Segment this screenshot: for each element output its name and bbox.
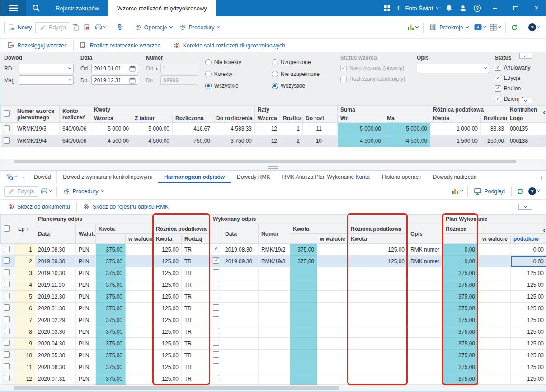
rodzaj-cell[interactable]: TR [182,279,210,291]
col-rp2-kwota[interactable]: Kwota [348,234,408,244]
podatkowa-cell[interactable]: 125,00 [511,267,546,279]
uzupelnione-option[interactable]: Uzupełnione [272,57,336,67]
schedule-row[interactable]: 8 2020.03.30 PLN 375,00 125,00 TR [1,326,546,338]
podatkowa-cell[interactable]: 125,00 [511,326,546,338]
panel-tab[interactable]: Historia operacji [376,171,427,183]
planowany-data-cell[interactable]: 2019.08.30 [35,244,76,256]
uzupelnione-option[interactable]: Nie uzupełnione [272,69,336,79]
podatkowa-cell[interactable]: 125,00 [511,303,546,314]
planowany-data-cell[interactable]: 2020.05.30 [35,350,76,361]
select-all-header[interactable] [1,106,14,123]
col-raty-do-rozl[interactable]: Do rozl [303,114,338,123]
planowany-kwota-cell[interactable]: 375,00 [96,303,126,314]
podatkowa-cell[interactable]: 125,00 [511,350,546,361]
help-icon[interactable]: ? [473,4,481,12]
rp2-kwota-cell[interactable]: 125,00 [348,244,408,256]
korekta-sald-button[interactable]: Korekta sald rozliczeń długoterminowych [170,40,289,51]
col-podatkowa[interactable]: podatkow [511,234,546,244]
company-selector[interactable]: 1 - Foto Świat [397,5,439,12]
wykonany-kwota-cell[interactable] [290,267,317,279]
kwota-do-rozliczenia-cell[interactable]: 4 583,33 [213,123,255,135]
checkbox[interactable] [495,75,501,81]
rp-rozliczona-cell[interactable]: 250,00 [481,135,507,147]
plan-wykonanie-roznica-cell[interactable]: 375,00 [443,291,478,303]
wykonany-check-cell[interactable] [210,256,222,267]
wykonany-checkbox[interactable] [213,257,219,264]
planowany-kwota-cell[interactable]: 375,00 [96,244,126,256]
wykonany-data-cell[interactable]: 2019.08.30 [222,244,259,256]
rodzaj-cell[interactable]: TR [182,350,210,361]
wykonany-kwota-cell[interactable] [290,303,317,314]
planowany-data-cell[interactable]: 2020.07.31 [35,373,76,385]
wykonany-check-cell[interactable] [210,279,222,291]
wykonany-data-cell[interactable] [222,303,259,314]
wykonany-checkbox[interactable] [213,246,219,252]
planowany-data-cell[interactable]: 2019.10.30 [35,267,76,279]
waluta-cell[interactable]: PLN [76,338,96,350]
wykonany-data-cell[interactable] [222,314,259,326]
schedule-row[interactable]: 3 2019.10.30 PLN 375,00 125,00 TR [1,267,546,279]
waluta-cell[interactable]: PLN [76,314,96,326]
row-checkbox-cell[interactable] [1,303,15,314]
plan-wykonanie-roznica-cell[interactable]: 375,00 [443,267,478,279]
wykonany-check-cell[interactable] [210,350,222,361]
waluta-cell[interactable]: PLN [76,267,96,279]
planowany-w-walucie-cell[interactable] [126,279,153,291]
waluta-cell[interactable]: PLN [76,361,96,373]
collapse-filters-button[interactable] [519,53,532,59]
wykonany-data-cell[interactable] [222,361,259,373]
col-raty-rozlicz[interactable]: Rozlicz [280,114,303,123]
wykonany-w-walucie-cell[interactable] [317,244,348,256]
col-wykonany-numer[interactable]: Numer [259,224,290,244]
row-checkbox[interactable] [4,363,10,369]
lp-cell[interactable]: 12 [15,373,35,385]
group-roznica-podatkowa-1[interactable]: Różnica podatkowa [153,224,210,234]
planowany-data-cell[interactable]: 2020.01.30 [35,303,76,314]
col-rozliczona[interactable]: Rozliczona [173,114,213,123]
plan-wykonanie-roznica-cell[interactable]: 375,00 [443,338,478,350]
col-w-walucie-3[interactable]: w walucie [478,234,511,244]
wykonany-kwota-cell[interactable] [290,291,317,303]
podatkowa-cell[interactable]: 0,00 [511,244,546,256]
wykonany-check-cell[interactable] [210,244,222,256]
row-checkbox[interactable] [4,257,10,264]
suma-wn-cell[interactable]: 4 500,00 [338,135,384,147]
dowod-combo[interactable] [19,75,74,85]
panel-tab[interactable]: Dowód [28,171,56,183]
status-option[interactable]: Anulowany [495,64,542,72]
waluta-cell[interactable]: PLN [76,291,96,303]
wykonany-kwota-cell[interactable] [290,338,317,350]
col-planowany-kwota[interactable]: Kwota [96,224,153,234]
planowany-w-walucie-cell[interactable] [126,338,153,350]
wykonany-data-cell[interactable] [222,338,259,350]
raty-wzorca-cell[interactable]: 12 [255,135,280,147]
row-checkbox[interactable] [4,293,10,299]
plan-wykonanie-roznica-cell[interactable]: 0,00 [443,244,478,256]
pinned-columns-icon[interactable]: ‹ [543,109,546,115]
data-do-field[interactable]: 2019.12.31 [91,75,138,85]
plan-wykonanie-w-walucie-cell[interactable] [478,338,511,350]
row-checkbox[interactable] [4,304,10,311]
wykonany-w-walucie-cell[interactable] [317,279,348,291]
opis-cell[interactable] [408,338,443,350]
col-roznica[interactable]: Różnica [443,224,546,234]
wykonany-numer-cell[interactable] [259,361,290,373]
checkbox[interactable] [340,65,347,71]
opis-cell[interactable] [408,291,443,303]
opis-cell[interactable] [408,373,443,385]
row-checkbox-cell[interactable] [1,361,15,373]
opis-cell[interactable] [408,303,443,314]
kwota-z-faktur-cell[interactable]: 4 500,00 [132,135,173,147]
apps-grid-icon[interactable] [384,5,391,12]
plan-wykonanie-w-walucie-cell[interactable] [478,244,511,256]
panel-chart-button[interactable] [449,186,465,196]
row-checkbox-cell[interactable] [1,314,15,326]
wykonany-checkbox[interactable] [213,363,219,369]
rp1-kwota-cell[interactable]: 125,00 [153,256,182,267]
waluta-cell[interactable]: PLN [76,244,96,256]
group-suma[interactable]: Suma [338,106,430,114]
col-wzorca[interactable]: Wzorca [91,114,132,123]
col-wykonany-data[interactable]: Data [222,224,259,244]
wykonany-checkbox[interactable] [213,293,219,299]
planowany-w-walucie-cell[interactable] [126,350,153,361]
